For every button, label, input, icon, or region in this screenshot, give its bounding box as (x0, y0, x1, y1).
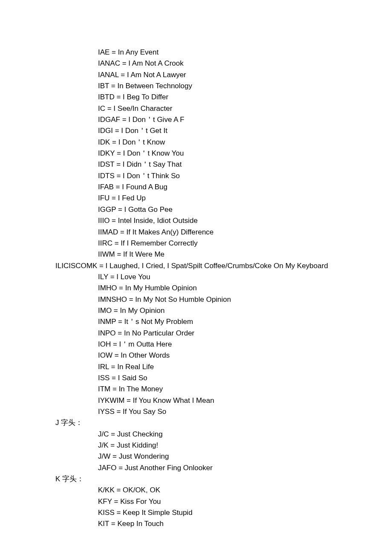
section-heading: J 字头： (55, 417, 337, 428)
glossary-entry: IYSS = If You Say So (55, 406, 337, 417)
glossary-entry: IANAC = I Am Not A Crook (55, 58, 337, 69)
glossary-entry: IANAL = I Am Not A Lawyer (55, 69, 337, 81)
glossary-entry: IIIO = Intel Inside, Idiot Outside (55, 215, 337, 226)
glossary-entry: IDKY = I Don＇t Know You (55, 148, 337, 159)
document-page: IAE = In Any EventIANAC = I Am Not A Cro… (0, 0, 392, 555)
glossary-entry: IRL = In Real Life (55, 361, 337, 373)
glossary-entry: INPO = In No Particular Order (55, 328, 337, 339)
glossary-entry: IMO = In My Opinion (55, 305, 337, 316)
glossary-entry: IBTD = I Beg To Differ (55, 92, 337, 103)
glossary-entry: IGGP = I Gotta Go Pee (55, 204, 337, 215)
glossary-entry: IOH = I＇m Outta Here (55, 339, 337, 350)
glossary-entry: IDTS = I Don＇t Think So (55, 171, 337, 182)
glossary-entry: IMHO = In My Humble Opinion (55, 283, 337, 294)
glossary-entry: IIMAD = If It Makes An(y) Difference (55, 227, 337, 238)
glossary-entry: IFAB = I Found A Bug (55, 182, 337, 193)
glossary-entry: K/KK = OK/OK, OK (55, 485, 337, 496)
glossary-entry: IOW = In Other Words (55, 350, 337, 361)
glossary-entry: IDK = I Don＇t Know (55, 137, 337, 148)
glossary-entry: INMP = It＇s Not My Problem (55, 316, 337, 327)
section-heading: K 字头： (55, 474, 337, 485)
glossary-entry: IDST = I Didn＇t Say That (55, 159, 337, 170)
glossary-entry: ITM = In The Money (55, 384, 337, 395)
glossary-entry: ILICISCOMK = I Laughed, I Cried, I Spat/… (55, 260, 337, 272)
glossary-entry: JAFO = Just Another Fing Onlooker (55, 462, 337, 474)
glossary-entry: IFU = I Fed Up (55, 193, 337, 204)
glossary-entry: J/C = Just Checking (55, 429, 337, 440)
glossary-entry: J/W = Just Wondering (55, 451, 337, 462)
glossary-entry: IIRC = If I Remember Correctly (55, 238, 337, 249)
glossary-entry: IBT = In Between Technology (55, 81, 337, 92)
glossary-entry: ISS = I Said So (55, 373, 337, 384)
glossary-entry: IDGAF = I Don＇t Give A F (55, 114, 337, 125)
glossary-entry: IIWM = If It Were Me (55, 249, 337, 260)
glossary-entry: KISS = Keep It Simple Stupid (55, 507, 337, 518)
glossary-entry: IYKWIM = If You Know What I Mean (55, 395, 337, 406)
glossary-entry: IMNSHO = In My Not So Humble Opinion (55, 294, 337, 305)
glossary-entry: IC = I See/In Character (55, 103, 337, 114)
glossary-entry: KFY = Kiss For You (55, 496, 337, 507)
glossary-entry: IDGI = I Don＇t Get It (55, 125, 337, 136)
glossary-entry: J/K = Just Kidding! (55, 440, 337, 451)
glossary-entry: ILY = I Love You (55, 272, 337, 283)
glossary-entry: KIT = Keep In Touch (55, 518, 337, 529)
glossary-entry: IAE = In Any Event (55, 47, 337, 58)
